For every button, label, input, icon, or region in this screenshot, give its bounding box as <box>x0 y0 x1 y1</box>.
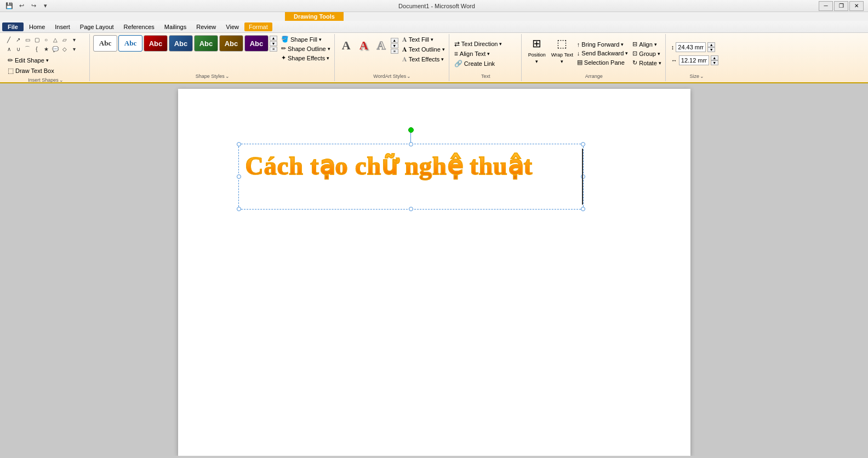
handle-top-right[interactable] <box>581 142 585 146</box>
handle-bottom-right[interactable] <box>581 207 585 211</box>
text-outline-dropdown[interactable]: ▾ <box>442 47 445 52</box>
height-increment[interactable]: ▲ <box>707 42 715 47</box>
restore-button[interactable]: ❐ <box>834 1 848 11</box>
brace-shape-btn[interactable]: { <box>32 44 41 53</box>
shape-style-1[interactable]: Abc <box>93 35 117 52</box>
send-backward-button[interactable]: ↓ Send Backward ▾ <box>575 49 630 57</box>
group-dropdown[interactable]: ▾ <box>658 51 660 56</box>
menu-file[interactable]: File <box>2 22 24 31</box>
round-rect-shape-btn[interactable]: ▢ <box>32 35 41 44</box>
width-decrement[interactable]: ▼ <box>711 60 718 65</box>
shape-fill-dropdown[interactable]: ▾ <box>319 37 322 42</box>
bring-forward-button[interactable]: ↑ Bring Forward ▾ <box>575 41 630 48</box>
arrow-shape-btn[interactable]: ↗ <box>14 35 22 44</box>
menu-mailings[interactable]: Mailings <box>160 22 191 31</box>
text-outline-button[interactable]: 𝐀 Text Outline ▾ <box>401 45 447 54</box>
wa-scroll-up[interactable]: ▲ <box>391 38 398 43</box>
bring-forward-dropdown[interactable]: ▾ <box>621 42 624 47</box>
handle-bottom-middle[interactable] <box>409 207 413 211</box>
wordart-style-a3[interactable]: A <box>373 35 390 56</box>
menu-view[interactable]: View <box>221 22 243 31</box>
selection-pane-button[interactable]: ▤ Selection Pane <box>575 58 630 66</box>
size-expand-icon[interactable]: ⌄ <box>700 73 704 79</box>
callout-shape-btn[interactable]: 💬 <box>51 44 60 53</box>
wrap-text-dropdown[interactable]: ▾ <box>561 59 563 64</box>
wa-scroll-down[interactable]: ▼ <box>391 43 398 48</box>
zigzag-shape-btn[interactable]: ∧ <box>4 44 13 53</box>
text-direction-dropdown[interactable]: ▾ <box>499 41 502 47</box>
text-effects-button[interactable]: 𝐀 Text Effects ▾ <box>401 55 447 64</box>
line-shape-btn[interactable]: ╱ <box>4 35 13 44</box>
handle-bottom-left[interactable] <box>237 207 241 211</box>
text-fill-button[interactable]: 𝐀 Text Fill ▾ <box>401 35 447 44</box>
shape-outline-dropdown[interactable]: ▾ <box>328 46 330 52</box>
styles-scroll-up[interactable]: ▲ <box>270 36 277 41</box>
minimize-button[interactable]: ─ <box>819 1 833 11</box>
position-button[interactable]: ⊞ Position ▾ <box>525 35 549 65</box>
styles-scroll-down[interactable]: ▼ <box>270 41 277 46</box>
shape-style-5[interactable]: Abc <box>194 35 218 52</box>
star-shape-btn[interactable]: ★ <box>42 44 50 53</box>
flowchart-shape-btn[interactable]: ◇ <box>60 44 69 53</box>
align-button[interactable]: ⊟ Align ▾ <box>631 40 663 48</box>
save-button[interactable]: 💾 <box>4 1 14 11</box>
shape-effects-dropdown[interactable]: ▾ <box>327 55 329 61</box>
shape-outline-button[interactable]: ✏ Shape Outline ▾ <box>279 44 332 53</box>
more2-shapes-btn[interactable]: ▾ <box>70 44 78 53</box>
text-effects-dropdown[interactable]: ▾ <box>441 56 444 62</box>
shape-fill-button[interactable]: 🪣 Shape Fill ▾ <box>279 35 332 43</box>
menu-references[interactable]: References <box>119 22 159 31</box>
freeform-shape-btn[interactable]: ⌒ <box>23 44 32 53</box>
shape-style-3[interactable]: Abc <box>144 35 168 52</box>
menu-review[interactable]: Review <box>192 22 220 31</box>
styles-more[interactable]: ≡ <box>270 47 277 52</box>
text-fill-dropdown[interactable]: ▾ <box>431 37 433 42</box>
menu-home[interactable]: Home <box>25 22 49 31</box>
send-backward-dropdown[interactable]: ▾ <box>625 50 628 56</box>
text-direction-button[interactable]: ⇄ Text Direction ▾ <box>453 39 519 48</box>
create-link-button[interactable]: 🔗 Create Link <box>453 59 519 68</box>
undo-button[interactable]: ↩ <box>16 1 26 11</box>
group-button[interactable]: ⊡ Group ▾ <box>631 49 663 58</box>
menu-page-layout[interactable]: Page Layout <box>76 22 118 31</box>
align-dropdown[interactable]: ▾ <box>654 42 657 47</box>
shape-style-2[interactable]: Abc <box>118 35 142 52</box>
shape-styles-expand-icon[interactable]: ⌄ <box>225 73 230 79</box>
menu-format[interactable]: Format <box>244 22 272 31</box>
insert-shapes-expand-icon[interactable]: ⌄ <box>59 77 64 83</box>
width-input[interactable] <box>679 55 709 65</box>
align-text-button[interactable]: ≡ Align Text ▾ <box>453 49 519 58</box>
shape-style-6[interactable]: Abc <box>219 35 243 52</box>
wordart-style-a1[interactable]: A <box>338 35 355 56</box>
close-button[interactable]: ✕ <box>849 1 864 11</box>
wordart-container[interactable]: Cách tạo chữ nghệ thuật <box>238 144 584 210</box>
wordart-styles-expand-icon[interactable]: ⌄ <box>407 73 411 79</box>
align-text-dropdown[interactable]: ▾ <box>487 51 490 56</box>
rotate-dropdown[interactable]: ▾ <box>659 60 661 66</box>
redo-button[interactable]: ↪ <box>28 1 38 11</box>
triangle-shape-btn[interactable]: △ <box>51 35 60 44</box>
ellipse-shape-btn[interactable]: ○ <box>42 35 50 44</box>
width-increment[interactable]: ▲ <box>711 55 718 60</box>
customize-qa-button[interactable]: ▾ <box>41 1 50 11</box>
parallelogram-shape-btn[interactable]: ▱ <box>60 35 69 44</box>
height-decrement[interactable]: ▼ <box>707 47 715 52</box>
shape-style-4[interactable]: Abc <box>169 35 193 52</box>
rect-shape-btn[interactable]: ▭ <box>23 35 32 44</box>
menu-insert[interactable]: Insert <box>50 22 75 31</box>
wordart-style-a2[interactable]: A <box>356 35 372 56</box>
shape-style-7[interactable]: Abc <box>244 35 269 52</box>
edit-shape-dropdown[interactable]: ▾ <box>46 58 49 63</box>
shape-effects-button[interactable]: ✦ Shape Effects ▾ <box>279 54 332 62</box>
draw-textbox-button[interactable]: ⬚ Draw Text Box <box>4 66 87 76</box>
wrap-text-button[interactable]: ⬚ Wrap Text ▾ <box>550 35 574 65</box>
curve-shape-btn[interactable]: ∪ <box>14 44 22 53</box>
height-input[interactable] <box>676 42 706 52</box>
edit-shape-button[interactable]: ✏ Edit Shape ▾ <box>4 55 87 65</box>
wa-more[interactable]: ≡ <box>391 49 398 54</box>
position-dropdown[interactable]: ▾ <box>535 59 538 64</box>
wordart-text[interactable]: Cách tạo chữ nghệ thuật <box>239 144 540 187</box>
rotate-button[interactable]: ↻ Rotate ▾ <box>631 59 663 67</box>
more-shapes-btn[interactable]: ▾ <box>70 35 78 44</box>
rotate-handle[interactable] <box>408 127 414 133</box>
